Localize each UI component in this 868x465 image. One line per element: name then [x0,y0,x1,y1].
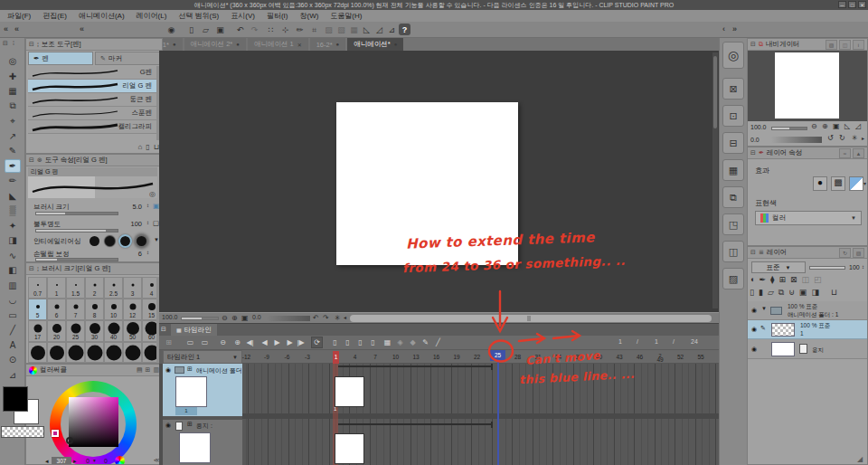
sub-view-button[interactable]: ◳ [722,214,744,235]
timeline-tracks[interactable]: 1 [242,364,719,465]
stepper-icon[interactable]: ↕ [146,250,149,255]
brush-size-1.5[interactable]: 1.5 [66,277,85,299]
open-file-icon[interactable]: ▱ [199,24,212,36]
fit-icon[interactable]: ▣ [833,122,840,130]
clip-bar[interactable] [338,423,493,425]
layer-color-effect-icon[interactable] [849,176,863,191]
help-icon[interactable]: ? [399,24,410,35]
canvas-hscrollbar[interactable] [350,315,712,322]
draft-layer-icon[interactable]: ✒ [759,275,766,284]
track-thumbnail[interactable] [175,376,207,407]
invert-selection-icon[interactable]: ▧ [335,24,348,36]
snap-settings-icon[interactable]: ◈ [394,337,406,348]
brush-size-0.7[interactable]: 0.7 [28,277,47,299]
clip-bar[interactable] [338,365,493,367]
visibility-eye-icon[interactable]: ◉ [751,307,757,314]
menu-item-1[interactable]: 파일(F) [7,11,31,21]
info-tab-icon[interactable]: ◫ [839,40,851,50]
frame-tool-icon[interactable]: ▭ [5,308,21,322]
visibility-eye-icon[interactable]: ◉ [751,346,757,353]
brush-size-1[interactable]: 1 [47,277,66,299]
brush-size-8[interactable]: 8 [85,299,104,320]
scatter-select-icon[interactable]: ∷ [264,24,278,36]
doc-tab-4[interactable]: 16-2*● [310,38,346,51]
gradient-tool-icon[interactable]: ▥ [5,279,21,292]
panel-menu-icon[interactable]: ⊟ [29,265,34,272]
timeline-tab[interactable]: ▦ 타임라인 [171,324,217,336]
rotate-right-icon[interactable]: ↻ [839,134,845,142]
collapse-panel-icon[interactable]: « [80,24,84,33]
doc-tab-2[interactable]: 애니메이션 2*● [184,38,246,51]
snap-guide-icon[interactable]: ⊿ [385,24,399,36]
figure-tool-icon[interactable]: ◡ [5,293,21,307]
brush-size-50[interactable]: 50 [123,320,142,342]
end-frame-marker[interactable]: 25 [490,350,505,361]
menu-item-2[interactable]: 편집(E) [42,11,67,21]
canvas-zoom-value[interactable]: 100.0 [162,314,178,320]
layer-opacity-value[interactable]: 100 [849,264,860,270]
zoom-in-icon[interactable]: ⊕ [822,122,828,130]
timeline-settings-icon[interactable]: ▭ [199,337,211,348]
onion-color-prev-icon[interactable]: ▯ [354,337,366,348]
main-color-swatch[interactable] [3,386,28,412]
hue-prev-icon[interactable]: ◂ [45,458,49,465]
export-button[interactable]: ⊟ [722,132,744,154]
antialias-middle-option[interactable] [120,236,130,246]
timeline-ruler[interactable]: -12-9-6-34710131619222831343740434649252… [242,350,719,364]
undo-icon[interactable]: ↶ [233,24,247,36]
menu-item-5[interactable]: 선택 범위(S) [178,11,219,21]
csp-logo-icon[interactable]: ◉ [165,24,178,36]
auto-select-tool-icon[interactable]: ↗ [5,129,21,143]
visibility-eye-icon[interactable]: ◉ [165,422,171,429]
antialias-none-option[interactable] [90,236,99,246]
visibility-eye-icon[interactable]: ◉ [165,366,171,374]
material-button[interactable]: ⧉ [722,186,744,208]
redo-icon[interactable]: ↷ [248,24,261,36]
layer-row-paper[interactable]: ◉ 용지 [748,339,867,359]
sv-marker[interactable] [66,437,73,444]
ink-icon[interactable]: ⧫ [770,275,774,284]
new-vector-layer-icon[interactable]: ▮ [759,288,763,298]
panel-menu-icon[interactable]: ⊟ [161,326,166,333]
panel-menu-icon[interactable]: ⊟ [3,40,8,47]
menu-item-4[interactable]: 레이어(L) [137,11,167,21]
brush-size-value[interactable]: 5.0 [133,203,142,211]
antialias-weak-option[interactable] [105,236,115,246]
layer-move-tool-icon[interactable]: ⧉ [5,100,21,113]
canvas-area[interactable] [159,51,719,312]
ruler-tool-icon[interactable]: ╱ [5,323,21,337]
color-slider-tab-icon[interactable]: ▤ [137,366,143,374]
operation-tool-icon[interactable]: ▦ [5,84,21,98]
subtool-tab-pen[interactable]: ✒ 펜 [28,52,93,65]
expression-color-select[interactable]: 컬러 ▼ [755,211,862,225]
layer-row-folder[interactable]: ◉ ▼ 100 % 표준 애니메이션 폴더 : 1 [748,301,867,320]
prev-frame-icon[interactable]: ◀ [259,337,270,348]
selection-launcher-button[interactable]: ⊠ [722,78,744,100]
subtool-item-5[interactable]: 캘리그라피 [28,120,157,134]
track-thumbnail[interactable] [179,432,211,463]
lock-transparent-icon[interactable]: ⊠ [790,275,797,284]
brush-size-extra[interactable] [47,342,66,363]
tab-close-icon[interactable]: ✕ [297,42,302,48]
last-frame-icon[interactable]: |▶ [295,337,307,348]
flip-horizontal-icon[interactable]: ◺ [844,122,850,130]
eraser-tool-icon[interactable]: ◨ [5,233,21,247]
onion-color-next-icon[interactable]: ▯ [367,337,379,348]
layer-search-tab-icon[interactable]: ↻ [839,248,851,258]
first-frame-icon[interactable]: ◀| [244,337,256,348]
navigator-preview[interactable] [748,51,867,121]
save-file-icon[interactable]: ▣ [213,24,227,36]
track-row-paper[interactable]: ◉ ⊞ 용지 : [163,420,242,465]
zoom-out-icon[interactable]: ⊖ [811,122,817,130]
close-button[interactable]: ✕ [858,1,866,8]
text-tool-icon[interactable]: A [5,338,21,352]
collapse-right-icon[interactable]: ‹ [722,24,725,33]
subtool-item-3[interactable]: 둥근 펜 [28,93,157,107]
opacity-value[interactable]: 100 [130,220,142,228]
mask-icon[interactable]: ◫ [802,275,810,284]
menu-item-3[interactable]: 애니메이션(A) [79,11,125,21]
transfer-layer-icon[interactable]: ⧉ [778,288,784,298]
timeline-selector[interactable]: 타임라인 1 ▼ [163,350,242,364]
import-button[interactable]: ⊡ [722,105,744,127]
resize-grip-icon[interactable]: ◢ [857,455,863,463]
